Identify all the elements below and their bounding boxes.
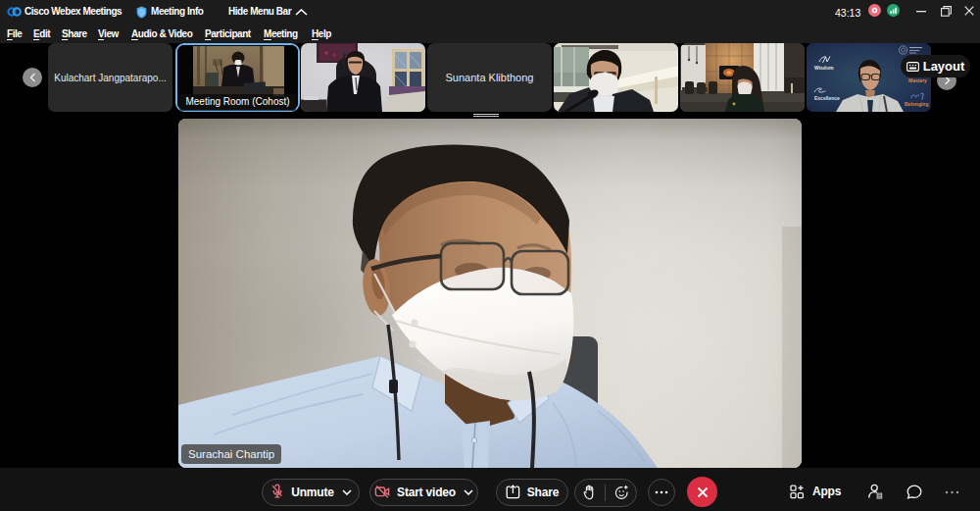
svg-text:Excellence: Excellence bbox=[814, 95, 840, 101]
svg-text:Belonging: Belonging bbox=[905, 101, 928, 107]
svg-text:Mastery: Mastery bbox=[908, 77, 927, 83]
svg-text:Wisdom: Wisdom bbox=[814, 65, 834, 71]
